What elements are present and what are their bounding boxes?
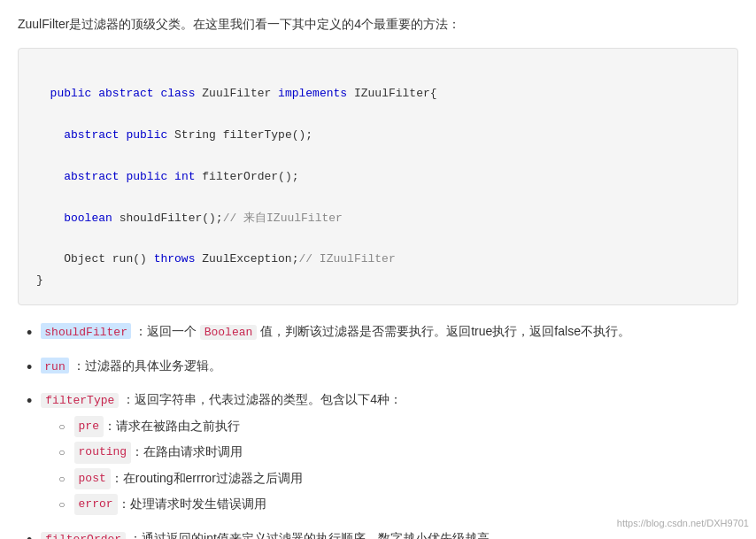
code-keyword: abstract: [98, 87, 153, 100]
sub-item-post: post ：在routing和errror过滤器之后调用: [58, 468, 738, 489]
sub-list-filterType: pre ：请求在被路由之前执行 routing ：在路由请求时调用 post ：…: [58, 416, 738, 514]
bullet-list: shouldFilter ：返回一个 Boolean 值，判断该过滤器是否需要执…: [27, 321, 738, 539]
code-keyword: abstract: [64, 128, 119, 142]
intro-text: ZuulFilter是过滤器的顶级父类。在这里我们看一下其中定义的4个最重要的方…: [18, 14, 738, 35]
code-run: run: [41, 358, 68, 373]
code-filterOrder: filterOrder: [41, 532, 126, 539]
filterType-text: ：返回字符串，代表过滤器的类型。包含以下4种：: [122, 392, 402, 406]
code-keyword: abstract: [64, 170, 119, 183]
code-keyword: throws: [154, 252, 196, 266]
pre-text: ：请求在被路由之前执行: [104, 416, 240, 437]
code-comment: // 来自IZuulFilter: [223, 212, 343, 225]
code-keyword: implements: [278, 87, 347, 100]
code-error: error: [74, 494, 118, 515]
list-item-shouldFilter: shouldFilter ：返回一个 Boolean 值，判断该过滤器是否需要执…: [27, 321, 738, 347]
filterOrder-text: ：通过返回的int值来定义过滤器的执行顺序，数字越小优先级越高。: [129, 531, 502, 539]
run-text: ：过滤器的具体业务逻辑。: [73, 358, 221, 373]
li-content-shouldFilter: shouldFilter ：返回一个 Boolean 值，判断该过滤器是否需要执…: [41, 321, 738, 343]
code-routing: routing: [74, 442, 132, 463]
code-keyword: public: [126, 128, 167, 142]
error-text: ：处理请求时发生错误调用: [118, 494, 266, 515]
code-filterType: filterType: [41, 393, 119, 408]
code-post: post: [74, 468, 111, 489]
code-keyword: public: [50, 87, 92, 100]
code-comment: // IZuulFilter: [298, 252, 395, 266]
code-keyword: public: [126, 170, 167, 183]
watermark: https://blog.csdn.net/DXH9701: [617, 516, 749, 532]
code-keyword: class: [160, 87, 195, 100]
sub-item-routing: routing ：在路由请求时调用: [58, 442, 738, 463]
li-content-filterType: filterType ：返回字符串，代表过滤器的类型。包含以下4种： pre ：…: [41, 389, 738, 519]
sub-item-pre: pre ：请求在被路由之前执行: [58, 416, 738, 437]
code-keyword: boolean: [64, 212, 112, 225]
boolean-code: Boolean: [200, 325, 258, 340]
list-item-run: run ：过滤器的具体业务逻辑。: [27, 356, 738, 381]
code-pre: pre: [74, 416, 104, 437]
sub-item-error: error ：处理请求时发生错误调用: [58, 494, 738, 515]
code-block: public abstract class ZuulFilter impleme…: [18, 48, 738, 305]
routing-text: ：在路由请求时调用: [131, 442, 243, 463]
code-keyword: int: [174, 170, 195, 183]
shouldFilter-text: ：返回一个 Boolean 值，判断该过滤器是否需要执行。返回true执行，返回…: [135, 324, 630, 338]
code-shouldFilter: shouldFilter: [41, 323, 131, 339]
li-content-run: run ：过滤器的具体业务逻辑。: [41, 356, 738, 377]
post-text: ：在routing和errror过滤器之后调用: [111, 468, 303, 489]
list-item-filterType: filterType ：返回字符串，代表过滤器的类型。包含以下4种： pre ：…: [27, 389, 738, 519]
